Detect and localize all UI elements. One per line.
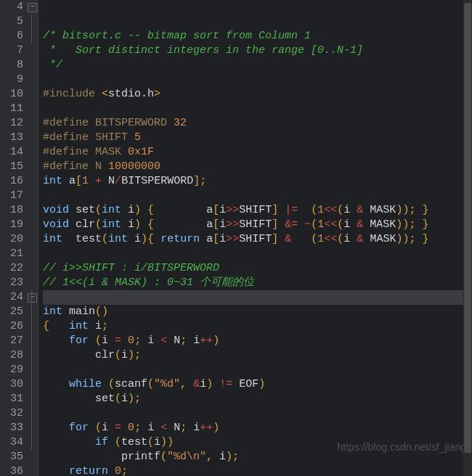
line-number: 31 <box>0 392 23 406</box>
code-line[interactable]: #define N 10000000 <box>43 160 472 174</box>
vertical-scrollbar[interactable] <box>463 0 472 476</box>
line-number: 30 <box>0 377 23 392</box>
code-line[interactable]: clr(i); <box>43 348 472 363</box>
code-line[interactable]: void clr(int i) { a[i>>SHIFT] &= ~(1<<(i… <box>43 218 472 232</box>
line-number: 10 <box>0 87 23 102</box>
line-number: 33 <box>0 421 23 435</box>
line-number: 24 <box>0 290 23 305</box>
line-number: 32 <box>0 406 23 421</box>
line-number: 28 <box>0 348 23 363</box>
code-line[interactable] <box>43 406 472 421</box>
line-number: 14 <box>0 145 23 160</box>
code-line[interactable]: while (scanf("%d", &i) != EOF) <box>43 377 472 392</box>
line-number: 29 <box>0 363 23 377</box>
code-line[interactable]: int a[1 + N/BITSPERWORD]; <box>43 174 472 189</box>
code-line[interactable]: #include <stdio.h> <box>43 87 472 102</box>
fold-guide <box>31 15 32 44</box>
code-line[interactable] <box>43 247 472 261</box>
fold-guide <box>31 290 32 450</box>
line-number: 17 <box>0 189 23 203</box>
line-number: 20 <box>0 232 23 247</box>
code-line[interactable]: { int i; <box>43 319 472 334</box>
code-line[interactable]: // 1<<(i & MASK) : 0~31 个可能的位 <box>43 276 472 290</box>
line-number: 27 <box>0 334 23 348</box>
line-number: 23 <box>0 276 23 290</box>
line-number: 7 <box>0 44 23 58</box>
code-line[interactable] <box>43 290 472 305</box>
fold-toggle-icon[interactable]: − <box>28 293 37 303</box>
code-line[interactable]: printf("%d\n", i); <box>43 450 472 464</box>
line-number: 16 <box>0 174 23 189</box>
line-number: 5 <box>0 15 23 29</box>
code-line[interactable]: for (i = 0; i < N; i++) <box>43 421 472 435</box>
line-number: 25 <box>0 305 23 319</box>
code-line[interactable]: /* bitsort.c -- bitmap sort from Column … <box>43 29 472 44</box>
code-line[interactable] <box>43 73 472 87</box>
code-line[interactable]: return 0; <box>43 464 472 476</box>
code-line[interactable]: #define BITSPERWORD 32 <box>43 116 472 131</box>
line-number: 9 <box>0 73 23 87</box>
line-number: 6 <box>0 29 23 44</box>
line-number: 13 <box>0 131 23 145</box>
line-number: 15 <box>0 160 23 174</box>
code-line[interactable]: if (test(i)) <box>43 435 472 450</box>
code-line[interactable]: // i>>SHIFT : i/BITSPERWORD <box>43 261 472 276</box>
line-number: 34 <box>0 435 23 450</box>
code-line[interactable]: set(i); <box>43 392 472 406</box>
line-number-gutter: 4567891011121314151617181920212223242526… <box>0 0 26 476</box>
code-line[interactable]: * Sort distinct integers in the range [0… <box>43 44 472 58</box>
line-number: 4 <box>0 0 23 15</box>
code-line[interactable] <box>43 363 472 377</box>
line-number: 8 <box>0 58 23 73</box>
code-line[interactable] <box>43 102 472 116</box>
code-area[interactable]: /* bitsort.c -- bitmap sort from Column … <box>38 0 472 476</box>
line-number: 22 <box>0 261 23 276</box>
scrollbar-thumb[interactable] <box>464 3 471 453</box>
line-number: 26 <box>0 319 23 334</box>
line-number: 21 <box>0 247 23 261</box>
line-number: 19 <box>0 218 23 232</box>
code-line[interactable]: void set(int i) { a[i>>SHIFT] |= (1<<(i … <box>43 203 472 218</box>
code-line[interactable]: for (i = 0; i < N; i++) <box>43 334 472 348</box>
code-line[interactable] <box>43 189 472 203</box>
fold-toggle-icon[interactable]: − <box>28 3 37 12</box>
line-number: 11 <box>0 102 23 116</box>
code-line[interactable]: int main() <box>43 305 472 319</box>
fold-column[interactable]: −− <box>26 0 38 476</box>
line-number: 35 <box>0 450 23 464</box>
code-line[interactable]: #define SHIFT 5 <box>43 131 472 145</box>
line-number: 12 <box>0 116 23 131</box>
line-number: 36 <box>0 464 23 476</box>
code-editor: 4567891011121314151617181920212223242526… <box>0 0 472 476</box>
code-line[interactable]: int test(int i){ return a[i>>SHIFT] & (1… <box>43 232 472 247</box>
code-line[interactable]: */ <box>43 58 472 73</box>
line-number: 18 <box>0 203 23 218</box>
code-line[interactable]: #define MASK 0x1F <box>43 145 472 160</box>
